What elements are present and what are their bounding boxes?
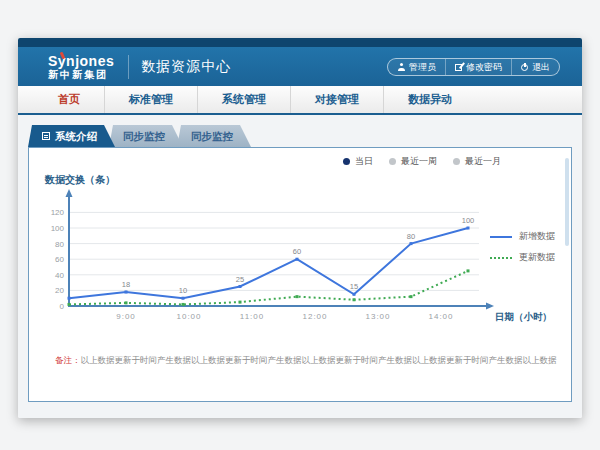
footnote-text: 以上数据更新于时间产生数据以上数据更新于时间产生数据以上数据更新于时间产生数据以… xyxy=(81,355,558,365)
filter-label: 当日 xyxy=(355,155,373,168)
svg-text:15: 15 xyxy=(350,282,358,291)
nav-item-2[interactable]: 系统管理 xyxy=(198,86,291,113)
nav-item-3[interactable]: 对接管理 xyxy=(291,86,384,113)
filter-option-1[interactable]: 最近一周 xyxy=(389,155,437,168)
filter-option-2[interactable]: 最近一月 xyxy=(453,155,501,168)
chart-legend: 新增数据更新数据 xyxy=(490,230,555,264)
edit-icon xyxy=(455,64,462,71)
change-password-label: 修改密码 xyxy=(466,61,502,74)
svg-text:0: 0 xyxy=(60,302,65,311)
user-icon xyxy=(397,63,405,71)
svg-text:9:00: 9:00 xyxy=(116,312,136,321)
filter-label: 最近一月 xyxy=(465,155,501,168)
svg-text:日期（小时）: 日期（小时） xyxy=(495,311,552,323)
nav-item-4[interactable]: 数据异动 xyxy=(384,86,476,113)
line-chart[interactable]: 0204060801001209:0010:0011:0012:0013:001… xyxy=(37,188,565,338)
logo: Synjones 新中新集团 xyxy=(48,54,114,80)
tab-0[interactable]: 系统介绍 xyxy=(28,125,115,147)
filter-label: 最近一周 xyxy=(401,155,437,168)
footnote: 备注：以上数据更新于时间产生数据以上数据更新于时间产生数据以上数据更新于时间产生… xyxy=(55,355,557,367)
svg-text:14:00: 14:00 xyxy=(428,312,453,321)
main-nav: 首页标准管理系统管理对接管理数据异动 xyxy=(18,86,582,115)
svg-text:10: 10 xyxy=(179,286,187,295)
nav-item-0[interactable]: 首页 xyxy=(34,86,105,113)
legend-label: 新增数据 xyxy=(519,230,555,243)
filter-option-0[interactable]: 当日 xyxy=(343,155,373,168)
app-window: Synjones 新中新集团 数据资源中心 管理员 修改密码 退出 首页标准管理… xyxy=(18,38,582,418)
window-top-strip xyxy=(18,38,582,47)
svg-text:20: 20 xyxy=(55,286,64,295)
footnote-label: 备注： xyxy=(55,355,81,365)
svg-text:80: 80 xyxy=(407,232,415,241)
page-title: 数据资源中心 xyxy=(141,58,231,76)
logout-button[interactable]: 退出 xyxy=(511,59,559,75)
header-divider xyxy=(128,55,129,79)
logout-label: 退出 xyxy=(532,61,550,74)
svg-text:100: 100 xyxy=(462,216,475,225)
svg-text:12:00: 12:00 xyxy=(302,312,327,321)
logo-text: Synjones xyxy=(48,54,114,68)
legend-item-1[interactable]: 更新数据 xyxy=(490,251,555,264)
svg-text:18: 18 xyxy=(122,280,130,289)
radio-dot-icon xyxy=(343,158,350,165)
svg-text:10:00: 10:00 xyxy=(176,312,201,321)
app-header: Synjones 新中新集团 数据资源中心 管理员 修改密码 退出 xyxy=(18,47,582,86)
tab-grid-icon xyxy=(42,132,50,140)
user-name: 管理员 xyxy=(409,61,436,74)
logout-icon xyxy=(521,64,528,71)
tab-2[interactable]: 同步监控 xyxy=(177,125,251,147)
content-area: 系统介绍同步监控同步监控 当日最近一周最近一月 数据交换（条） 02040608… xyxy=(18,115,582,418)
panel-scrollbar[interactable] xyxy=(565,158,569,246)
svg-text:100: 100 xyxy=(51,224,65,233)
legend-item-0[interactable]: 新增数据 xyxy=(490,230,555,243)
logo-subtext: 新中新集团 xyxy=(48,70,114,80)
tab-label: 系统介绍 xyxy=(55,125,97,147)
legend-line-sample xyxy=(490,257,512,259)
svg-text:120: 120 xyxy=(51,208,65,217)
svg-text:25: 25 xyxy=(236,275,244,284)
user-menu: 管理员 修改密码 退出 xyxy=(387,58,560,76)
user-button[interactable]: 管理员 xyxy=(388,59,445,75)
nav-item-1[interactable]: 标准管理 xyxy=(105,86,198,113)
tab-bar: 系统介绍同步监控同步监控 xyxy=(28,125,582,147)
tab-label: 同步监控 xyxy=(191,125,233,147)
tab-1[interactable]: 同步监控 xyxy=(109,125,183,147)
svg-text:60: 60 xyxy=(293,247,301,256)
chart-panel: 当日最近一周最近一月 数据交换（条） 0204060801001209:0010… xyxy=(28,147,572,402)
radio-dot-icon xyxy=(453,158,460,165)
svg-text:40: 40 xyxy=(55,271,64,280)
legend-line-sample xyxy=(490,236,512,238)
change-password-button[interactable]: 修改密码 xyxy=(445,59,511,75)
tab-label: 同步监控 xyxy=(123,125,165,147)
legend-label: 更新数据 xyxy=(519,251,555,264)
svg-text:11:00: 11:00 xyxy=(240,312,264,321)
svg-text:13:00: 13:00 xyxy=(365,312,390,321)
period-filter: 当日最近一周最近一月 xyxy=(343,155,501,168)
svg-text:60: 60 xyxy=(55,255,64,264)
y-axis-title: 数据交换（条） xyxy=(45,173,115,187)
radio-dot-icon xyxy=(389,158,396,165)
svg-text:80: 80 xyxy=(55,240,64,249)
